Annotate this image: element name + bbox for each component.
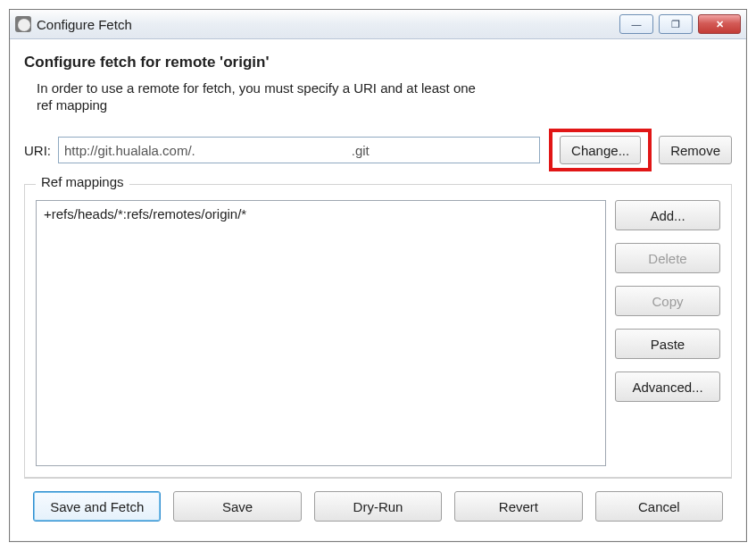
ref-mapping-item[interactable]: +refs/heads/*:refs/remotes/origin/* <box>44 206 598 221</box>
revert-button[interactable]: Revert <box>454 491 582 522</box>
ref-mappings-list[interactable]: +refs/heads/*:refs/remotes/origin/* <box>36 200 606 466</box>
close-button[interactable]: ✕ <box>698 14 741 34</box>
dialog-window: Configure Fetch — ❐ ✕ Configure fetch fo… <box>9 9 747 542</box>
maximize-icon: ❐ <box>671 19 680 30</box>
window-controls: — ❐ ✕ <box>619 14 741 34</box>
maximize-button[interactable]: ❐ <box>659 14 693 34</box>
advanced-button[interactable]: Advanced... <box>615 372 720 402</box>
description-line-1: In order to use a remote for fetch, you … <box>37 80 732 96</box>
title-bar: Configure Fetch — ❐ ✕ <box>10 10 746 39</box>
change-highlight: Change... <box>549 129 652 171</box>
close-icon: ✕ <box>716 19 724 30</box>
cancel-button[interactable]: Cancel <box>595 491 723 522</box>
window-title: Configure Fetch <box>37 17 132 32</box>
delete-button[interactable]: Delete <box>615 243 720 273</box>
paste-button[interactable]: Paste <box>615 329 720 359</box>
uri-input[interactable] <box>58 137 540 163</box>
uri-row: URI: Change... Remove <box>24 129 732 171</box>
description-line-2: ref mapping <box>37 97 732 113</box>
dry-run-button[interactable]: Dry-Run <box>314 491 442 522</box>
ref-mappings-legend: Ref mappings <box>36 174 129 189</box>
page-title: Configure fetch for remote 'origin' <box>24 54 732 71</box>
minimize-icon: — <box>632 19 642 29</box>
uri-label: URI: <box>24 143 51 158</box>
app-icon <box>15 16 31 32</box>
ref-mappings-actions: Add... Delete Copy Paste Advanced... <box>615 200 720 466</box>
remove-button[interactable]: Remove <box>659 136 732 164</box>
save-button[interactable]: Save <box>173 491 301 522</box>
save-and-fetch-button[interactable]: Save and Fetch <box>33 491 161 522</box>
dialog-content: Configure fetch for remote 'origin' In o… <box>10 39 746 541</box>
change-button[interactable]: Change... <box>560 136 641 164</box>
minimize-button[interactable]: — <box>619 14 653 34</box>
ref-mappings-fieldset: Ref mappings +refs/heads/*:refs/remotes/… <box>24 184 732 478</box>
add-button[interactable]: Add... <box>615 200 720 230</box>
copy-button[interactable]: Copy <box>615 286 720 316</box>
dialog-footer: Save and Fetch Save Dry-Run Revert Cance… <box>24 478 732 534</box>
